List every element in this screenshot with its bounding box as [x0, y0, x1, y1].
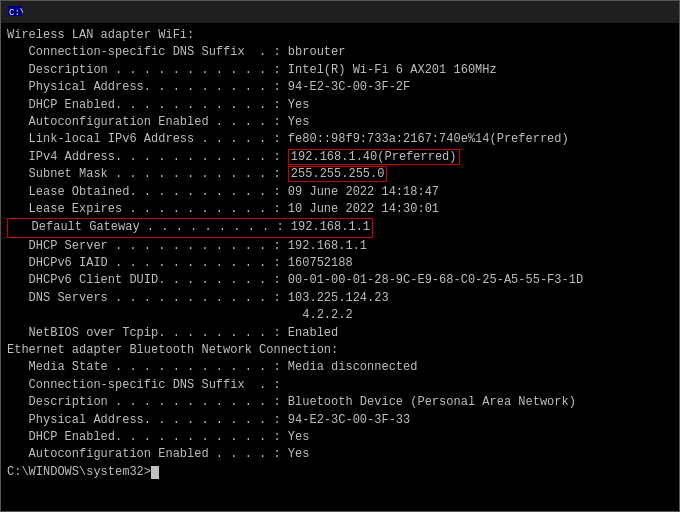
console-line-dhcpv6-duid: DHCPv6 Client DUID. . . . . . . . : 00-0…: [7, 272, 673, 289]
console-line-default-gw: Default Gateway . . . . . . . . . : 192.…: [7, 218, 673, 237]
console-line-prompt: C:\WINDOWS\system32>: [7, 464, 673, 481]
subnet-value: 255.255.255.0: [288, 166, 388, 182]
ipv4-value: 192.168.1.40(Preferred): [288, 149, 460, 165]
console-line-dns-suffix: Connection-specific DNS Suffix . : bbrou…: [7, 44, 673, 61]
console-line-eth-autoconfig: Autoconfiguration Enabled . . . . : Yes: [7, 446, 673, 463]
console-line-eth-dns-suffix: Connection-specific DNS Suffix . :: [7, 377, 673, 394]
minimize-button[interactable]: [583, 1, 613, 23]
command-prompt-window: C:\ Wireless LAN adapter WiFi: Connectio…: [0, 0, 680, 512]
console-line-ipv4: IPv4 Address. . . . . . . . . . . : 192.…: [7, 149, 673, 166]
cursor: [151, 466, 159, 479]
svg-text:C:\: C:\: [9, 8, 23, 18]
console-line-lease-obtained: Lease Obtained. . . . . . . . . . : 09 J…: [7, 184, 673, 201]
close-button[interactable]: [643, 1, 673, 23]
console-line-description: Description . . . . . . . . . . . : Inte…: [7, 62, 673, 79]
cmd-icon: C:\: [7, 4, 23, 20]
console-line-dns-servers2: 4.2.2.2: [7, 307, 673, 324]
maximize-button[interactable]: [613, 1, 643, 23]
console-line-eth-description: Description . . . . . . . . . . . : Blue…: [7, 394, 673, 411]
console-line-media-state: Media State . . . . . . . . . . . : Medi…: [7, 359, 673, 376]
console-line-netbios: NetBIOS over Tcpip. . . . . . . . : Enab…: [7, 325, 673, 342]
console-line-autoconfig: Autoconfiguration Enabled . . . . : Yes: [7, 114, 673, 131]
console-line-eth-header: Ethernet adapter Bluetooth Network Conne…: [7, 342, 673, 359]
window-controls: [583, 1, 673, 23]
console-line-dns-servers1: DNS Servers . . . . . . . . . . . : 103.…: [7, 290, 673, 307]
console-line-wifi-header: Wireless LAN adapter WiFi:: [7, 27, 673, 44]
gateway-line: Default Gateway . . . . . . . . . : 192.…: [7, 218, 373, 237]
title-bar: C:\: [1, 1, 679, 23]
console-line-eth-dhcp: DHCP Enabled. . . . . . . . . . . : Yes: [7, 429, 673, 446]
console-lines: Wireless LAN adapter WiFi: Connection-sp…: [7, 27, 673, 481]
console-line-eth-physical: Physical Address. . . . . . . . . : 94-E…: [7, 412, 673, 429]
console-line-dhcp-server: DHCP Server . . . . . . . . . . . : 192.…: [7, 238, 673, 255]
console-line-physical-addr: Physical Address. . . . . . . . . : 94-E…: [7, 79, 673, 96]
console-line-lease-expires: Lease Expires . . . . . . . . . . : 10 J…: [7, 201, 673, 218]
console-line-subnet: Subnet Mask . . . . . . . . . . . : 255.…: [7, 166, 673, 183]
console-output: Wireless LAN adapter WiFi: Connection-sp…: [1, 23, 679, 511]
console-line-dhcp-enabled: DHCP Enabled. . . . . . . . . . . : Yes: [7, 97, 673, 114]
console-line-dhcpv6-iaid: DHCPv6 IAID . . . . . . . . . . . : 1607…: [7, 255, 673, 272]
console-line-ipv6-local: Link-local IPv6 Address . . . . . : fe80…: [7, 131, 673, 148]
